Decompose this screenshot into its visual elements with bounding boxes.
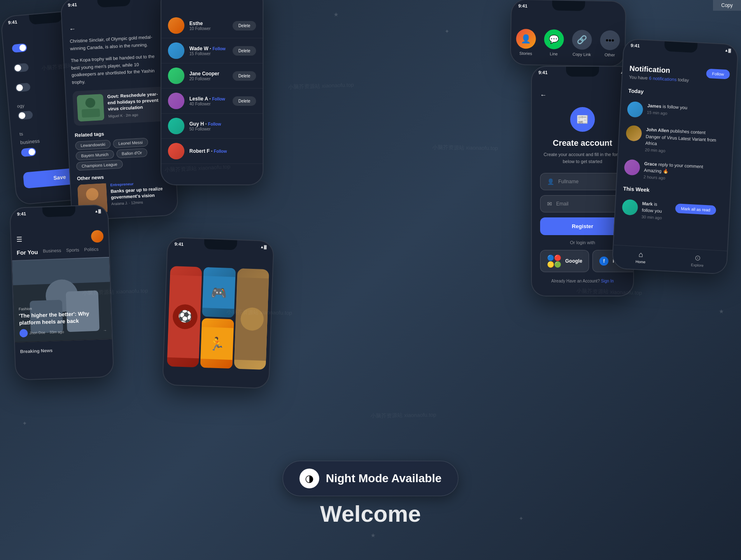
news-card-content: Govt: Reschedule year-end holidays to pr… [107,91,162,120]
tab-sports[interactable]: Sports [66,247,79,254]
toggle-2[interactable] [14,63,29,72]
tag-ballon[interactable]: Ballon d'Or [116,148,147,158]
related-tags: Related tags Lewandowski Leonel Messi Ba… [75,128,169,171]
toggle-5[interactable] [21,147,37,157]
breaking-news: Breaking News [15,339,112,360]
notch [42,206,76,217]
notif-avatar-john [626,125,642,142]
notch [29,12,63,25]
create-account-title: Create account [540,138,625,148]
back-button[interactable]: ← [69,25,76,33]
sports-content: ⚽ 🎮 🏃 [163,250,273,388]
hamburger-menu[interactable]: ☰ [16,235,22,243]
notif-avatar-mark [622,199,638,215]
share-icons: 👤 Stories 💬 Line 🔗 Copy Link ••• Other [511,29,625,58]
notch [97,0,130,7]
svg-text:🏃: 🏃 [209,336,225,352]
line-icon: 💬 [544,29,564,49]
follower-info-3: Jane Cooper 20 Follower [189,71,228,81]
share-icon-other[interactable]: ••• Other [600,30,620,57]
follower-info-1: Esthe 10 Follower [189,21,228,31]
notch [204,239,237,250]
night-mode-badge: ◑ Night Mode Available [282,461,458,496]
follower-item-1: Esthe 10 Follower Delete [161,13,263,38]
email-placeholder: Email [556,201,569,207]
other-icon: ••• [600,30,620,50]
delete-button-4[interactable]: Delete [233,96,256,106]
mark-all-read-button[interactable]: Mark all as read [675,203,716,215]
back-arrow[interactable]: ← [540,91,547,98]
notch [566,67,599,77]
notif-text-4: Mark is follow you [642,200,665,215]
delete-button-2[interactable]: Delete [233,46,256,56]
related-tags-title: Related tags [75,128,167,138]
tag-champions[interactable]: Champions League [76,159,123,170]
or-login-text: Or login with [540,240,625,245]
create-account-subtitle: Create your account and fill in the form… [540,151,625,165]
sports-img-game: 🎮 [202,267,235,318]
nav-explore[interactable]: ⊙ Explore [691,253,704,268]
register-button[interactable]: Register [540,217,625,235]
tag-lewandowski[interactable]: Lewandowski [75,140,111,150]
notif-content-1: James is follow you 15 min ago [647,102,728,119]
news-card: Govt: Reschedule year-end holidays to pr… [72,86,166,126]
notification-item-2: John Allen publishes content Danger of V… [618,121,734,161]
author-avatar [19,329,28,338]
copy-link-icon: 🔗 [572,30,592,50]
follower-item-4: Leslie A · Follow 40 Follower Delete [161,89,263,114]
feed-hero-image: Fashion 'The higher the better': Why pla… [12,257,112,343]
tag-munich[interactable]: Bayern Munich [76,149,114,160]
share-content: 👤 Stories 💬 Line 🔗 Copy Link ••• Other [511,12,625,66]
email-icon: ✉ [547,201,552,207]
notch [664,41,697,53]
follower-avatar-6 [168,143,184,159]
follower-avatar-4 [168,93,184,109]
share-icon-line[interactable]: 💬 Line [544,29,564,56]
tag-messi[interactable]: Leonel Messi [113,138,148,148]
follower-avatar-2 [168,42,184,59]
google-login-button[interactable]: 🔵🔴🟡🟢 Google [540,250,589,272]
half-moon-icon: ◑ [299,469,319,488]
follower-info-4: Leslie A · Follow 40 Follower [189,96,228,106]
phone-followers: Esthe 10 Follower Delete Wade W · Follow… [161,0,263,185]
notif-header: Notification Follow You have 6 notificat… [622,51,737,90]
notif-content-4: Mark is follow you 30 min ago [641,200,665,220]
svg-text:🎮: 🎮 [211,285,227,301]
feed-header: ☰ [11,217,109,245]
notif-avatar-grace [624,159,641,175]
feed-article-title: 'The higher the better': Why platform he… [19,310,107,327]
delete-button-3[interactable]: Delete [233,71,256,81]
follow-button[interactable]: Follow [706,69,730,79]
delete-button-1[interactable]: Delete [233,21,256,30]
user-avatar[interactable] [91,230,104,243]
toggle-1[interactable] [12,43,27,53]
other-news-article-title: Banks gear up to realize government's vi… [110,185,170,201]
article-text-2: The Kopa trophy will be handed out to th… [71,52,164,86]
phone-share: 9:41 👤 Stories 💬 Line 🔗 Copy Link ••• Ot… [510,0,627,67]
share-icon-copylink[interactable]: 🔗 Copy Link [572,30,592,57]
toggle-3[interactable] [15,83,31,92]
fullname-field[interactable]: 👤 Fullname [540,173,625,190]
sports-img-runner: 🏃 [200,318,234,369]
explore-icon: ⊙ [691,253,704,263]
share-header [511,12,625,31]
tab-business[interactable]: Business [43,248,61,255]
phone-notifications: 9:41 ▲▓ Notification Follow You have 6 n… [612,38,739,275]
followers-list: Esthe 10 Follower Delete Wade W · Follow… [161,0,263,164]
sign-in-link[interactable]: Sign In [601,279,614,283]
tab-politics[interactable]: Politics [84,247,98,254]
share-icon-stories[interactable]: 👤 Stories [516,29,536,56]
follower-avatar-1 [168,17,184,34]
bottom-navigation: ⌂ Home ⊙ Explore [613,245,727,273]
email-field[interactable]: ✉ Email [540,195,625,212]
already-account-text: Already Have an Account? Sign In [540,279,625,283]
nav-home[interactable]: ⌂ Home [636,250,646,264]
news-card-image [77,94,104,121]
toggle-4[interactable] [18,111,33,120]
follower-item-3: Jane Cooper 20 Follower Delete [161,63,263,89]
google-icon: 🔵🔴🟡🟢 [547,254,561,268]
follower-item-5: Guy H · Follow 50 Follower [161,114,263,139]
tab-for-you[interactable]: For You [16,249,38,256]
followers-content: Esthe 10 Follower Delete Wade W · Follow… [161,0,263,184]
other-news-title: Other news [77,170,169,181]
